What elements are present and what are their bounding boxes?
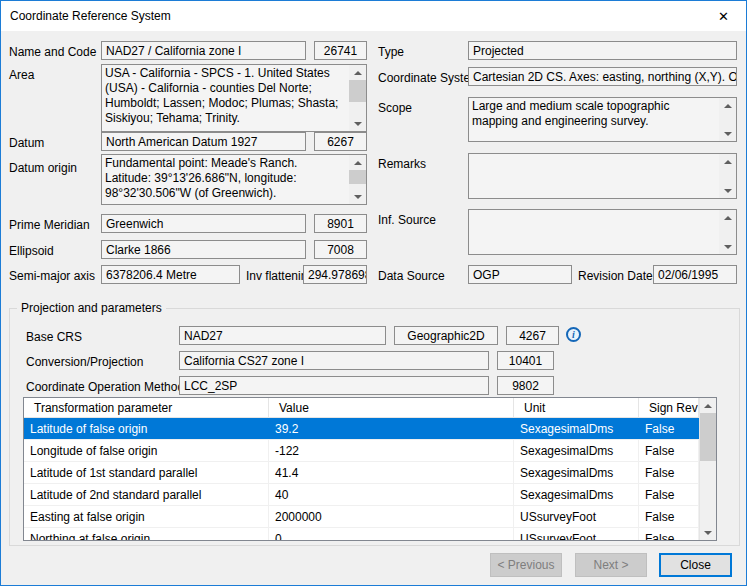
triangle-down-icon: [724, 245, 732, 249]
close-button[interactable]: Close: [659, 553, 732, 577]
scroll-thumb[interactable]: [349, 80, 366, 102]
inf-source-scrollbar[interactable]: [719, 210, 736, 254]
triangle-up-icon: [724, 160, 732, 164]
table-row[interactable]: Easting at false origin 2000000 USsurvey…: [24, 506, 716, 528]
inf-source-field[interactable]: [468, 209, 737, 255]
scroll-up-button[interactable]: [719, 98, 736, 113]
area-field[interactable]: USA - California - SPCS - 1. United Stat…: [101, 64, 367, 132]
datum-origin-field[interactable]: Fundamental point: Meade's Ranch. Latitu…: [101, 154, 367, 205]
column-header-sign-rev[interactable]: Sign Rev: [639, 398, 699, 417]
parameters-table-header[interactable]: Transformation parameter Value Unit Sign…: [24, 398, 716, 418]
scroll-thumb[interactable]: [349, 170, 366, 184]
info-icon[interactable]: i: [566, 327, 581, 342]
remarks-text: [472, 155, 716, 197]
remarks-field[interactable]: [468, 153, 737, 199]
cell-unit: SexagesimalDms: [514, 418, 639, 439]
triangle-down-icon: [704, 531, 712, 535]
table-row[interactable]: Longitude of false origin -122 Sexagesim…: [24, 440, 716, 462]
semi-major-axis-field[interactable]: 6378206.4 Metre: [101, 265, 240, 284]
scroll-track[interactable]: [349, 80, 366, 116]
scroll-track[interactable]: [719, 113, 736, 126]
datum-origin-text: Fundamental point: Meade's Ranch. Latitu…: [105, 156, 346, 203]
projection-group-title: Projection and parameters: [17, 301, 166, 315]
datum-label: Datum: [9, 136, 44, 150]
table-row[interactable]: Latitude of 2nd standard parallel 40 Sex…: [24, 484, 716, 506]
scroll-up-button[interactable]: [349, 65, 366, 80]
inf-source-text: [472, 211, 716, 253]
table-row[interactable]: Latitude of 1st standard parallel 41.4 S…: [24, 462, 716, 484]
cell-sign-rev: False: [639, 462, 699, 483]
next-button[interactable]: Next >: [575, 553, 647, 577]
cell-unit: USsurveyFoot: [514, 528, 639, 541]
table-row[interactable]: Latitude of false origin 39.2 Sexagesima…: [24, 418, 716, 440]
ellipsoid-label: Ellipsoid: [9, 244, 54, 258]
scroll-track[interactable]: [349, 170, 366, 189]
inv-flattening-field[interactable]: 294.978698: [303, 265, 367, 284]
scroll-down-button[interactable]: [719, 183, 736, 198]
type-field[interactable]: Projected: [468, 41, 737, 60]
prime-meridian-code-field[interactable]: 8901: [314, 214, 367, 233]
remarks-scrollbar[interactable]: [719, 154, 736, 198]
datum-field[interactable]: North American Datum 1927: [101, 132, 306, 151]
data-source-label: Data Source: [378, 269, 445, 283]
conversion-code-field[interactable]: 10401: [497, 351, 554, 370]
operation-method-code-field[interactable]: 9802: [497, 376, 554, 395]
operation-method-field[interactable]: LCC_2SP: [179, 376, 489, 395]
data-source-field[interactable]: OGP: [468, 265, 572, 284]
cell-sign-rev: False: [639, 418, 699, 439]
table-scrollbar[interactable]: [699, 398, 716, 540]
area-scrollbar[interactable]: [349, 65, 366, 131]
title-bar[interactable]: Coordinate Reference System ✕: [1, 1, 746, 31]
remarks-label: Remarks: [378, 157, 426, 171]
base-crs-code-field[interactable]: 4267: [506, 326, 559, 345]
scope-scrollbar[interactable]: [719, 98, 736, 141]
scroll-down-button[interactable]: [700, 525, 716, 540]
cell-unit: SexagesimalDms: [514, 462, 639, 483]
scroll-up-button[interactable]: [719, 210, 736, 225]
scroll-up-button[interactable]: [719, 154, 736, 169]
ellipsoid-code-field[interactable]: 7008: [314, 240, 367, 259]
cell-unit: SexagesimalDms: [514, 484, 639, 505]
parameters-table: Transformation parameter Value Unit Sign…: [23, 397, 717, 541]
cell-parameter: Latitude of 2nd standard parallel: [24, 484, 269, 505]
scroll-thumb[interactable]: [700, 413, 716, 461]
close-icon[interactable]: ✕: [701, 1, 746, 31]
base-crs-field[interactable]: NAD27: [179, 326, 386, 345]
scroll-track[interactable]: [719, 169, 736, 183]
scroll-up-button[interactable]: [349, 155, 366, 170]
semi-major-axis-label: Semi-major axis: [9, 269, 95, 283]
previous-button[interactable]: < Previous: [490, 553, 562, 577]
coordinate-system-field[interactable]: Cartesian 2D CS. Axes: easting, northing…: [468, 67, 737, 86]
scroll-down-button[interactable]: [349, 116, 366, 131]
column-header-unit[interactable]: Unit: [514, 398, 639, 417]
name-and-code-field[interactable]: NAD27 / California zone I: [101, 41, 306, 60]
cell-value: 0: [269, 528, 514, 541]
crs-dialog: Coordinate Reference System ✕ Name and C…: [0, 0, 747, 586]
cell-sign-rev: False: [639, 528, 699, 541]
scroll-track[interactable]: [700, 413, 716, 525]
scroll-down-button[interactable]: [349, 189, 366, 204]
ellipsoid-field[interactable]: Clarke 1866: [101, 240, 306, 259]
cell-parameter: Easting at false origin: [24, 506, 269, 527]
revision-date-field[interactable]: 02/06/1995: [653, 265, 737, 284]
scroll-track[interactable]: [719, 225, 736, 239]
scope-field[interactable]: Large and medium scale topographic mappi…: [468, 97, 737, 142]
scroll-down-button[interactable]: [719, 126, 736, 141]
scroll-up-button[interactable]: [700, 398, 716, 413]
scroll-down-button[interactable]: [719, 239, 736, 254]
scope-text: Large and medium scale topographic mappi…: [472, 99, 716, 140]
column-header-parameter[interactable]: Transformation parameter: [24, 398, 269, 417]
prime-meridian-field[interactable]: Greenwich: [101, 214, 306, 233]
table-row[interactable]: Northing at false origin 0 USsurveyFoot …: [24, 528, 716, 541]
triangle-up-icon: [724, 216, 732, 220]
base-crs-kind-field[interactable]: Geographic2D: [394, 326, 498, 345]
cell-parameter: Latitude of false origin: [24, 418, 269, 439]
name-and-code-code-field[interactable]: 26741: [314, 41, 367, 60]
datum-code-field[interactable]: 6267: [314, 132, 367, 151]
datum-origin-scrollbar[interactable]: [349, 155, 366, 204]
revision-date-label: Revision Date: [578, 269, 653, 283]
conversion-field[interactable]: California CS27 zone I: [179, 351, 489, 370]
cell-value: -122: [269, 440, 514, 461]
column-header-value[interactable]: Value: [269, 398, 514, 417]
scope-label: Scope: [378, 101, 412, 115]
